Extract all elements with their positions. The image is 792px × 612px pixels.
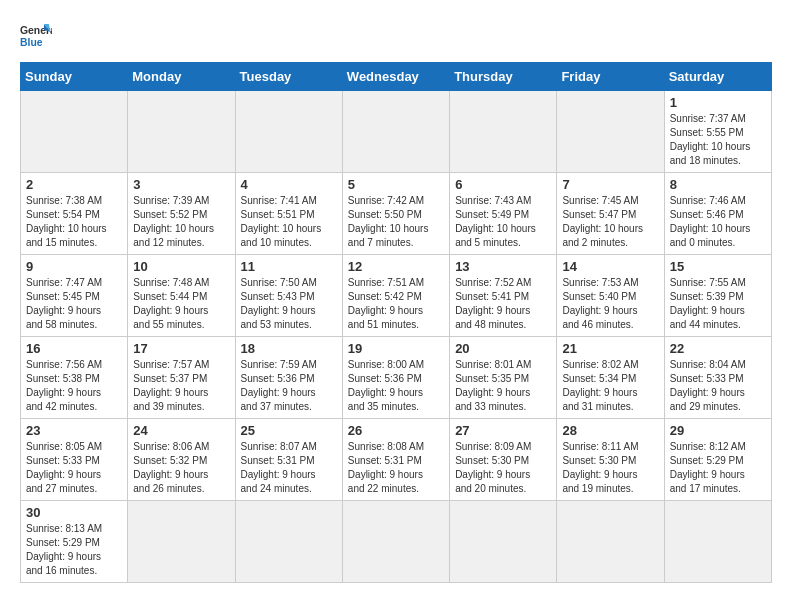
calendar-cell: 29Sunrise: 8:12 AM Sunset: 5:29 PM Dayli… xyxy=(664,419,771,501)
weekday-header-tuesday: Tuesday xyxy=(235,63,342,91)
calendar-cell xyxy=(21,91,128,173)
day-number: 15 xyxy=(670,259,766,274)
day-info: Sunrise: 7:41 AM Sunset: 5:51 PM Dayligh… xyxy=(241,194,337,250)
day-number: 2 xyxy=(26,177,122,192)
day-number: 24 xyxy=(133,423,229,438)
logo: General Blue xyxy=(20,20,52,52)
calendar-cell: 16Sunrise: 7:56 AM Sunset: 5:38 PM Dayli… xyxy=(21,337,128,419)
day-number: 19 xyxy=(348,341,444,356)
day-info: Sunrise: 8:11 AM Sunset: 5:30 PM Dayligh… xyxy=(562,440,658,496)
day-info: Sunrise: 8:13 AM Sunset: 5:29 PM Dayligh… xyxy=(26,522,122,578)
calendar-cell: 22Sunrise: 8:04 AM Sunset: 5:33 PM Dayli… xyxy=(664,337,771,419)
day-info: Sunrise: 7:52 AM Sunset: 5:41 PM Dayligh… xyxy=(455,276,551,332)
day-info: Sunrise: 8:08 AM Sunset: 5:31 PM Dayligh… xyxy=(348,440,444,496)
calendar-cell: 20Sunrise: 8:01 AM Sunset: 5:35 PM Dayli… xyxy=(450,337,557,419)
calendar-cell: 18Sunrise: 7:59 AM Sunset: 5:36 PM Dayli… xyxy=(235,337,342,419)
day-info: Sunrise: 7:53 AM Sunset: 5:40 PM Dayligh… xyxy=(562,276,658,332)
day-number: 8 xyxy=(670,177,766,192)
day-number: 17 xyxy=(133,341,229,356)
calendar-cell: 7Sunrise: 7:45 AM Sunset: 5:47 PM Daylig… xyxy=(557,173,664,255)
svg-text:Blue: Blue xyxy=(20,37,43,48)
calendar-cell xyxy=(557,91,664,173)
day-info: Sunrise: 8:05 AM Sunset: 5:33 PM Dayligh… xyxy=(26,440,122,496)
calendar-week-4: 23Sunrise: 8:05 AM Sunset: 5:33 PM Dayli… xyxy=(21,419,772,501)
calendar-cell xyxy=(664,501,771,583)
day-number: 9 xyxy=(26,259,122,274)
day-number: 7 xyxy=(562,177,658,192)
calendar-week-2: 9Sunrise: 7:47 AM Sunset: 5:45 PM Daylig… xyxy=(21,255,772,337)
day-number: 18 xyxy=(241,341,337,356)
logo-icon: General Blue xyxy=(20,20,52,52)
day-number: 26 xyxy=(348,423,444,438)
day-info: Sunrise: 7:39 AM Sunset: 5:52 PM Dayligh… xyxy=(133,194,229,250)
day-info: Sunrise: 8:12 AM Sunset: 5:29 PM Dayligh… xyxy=(670,440,766,496)
calendar-table: SundayMondayTuesdayWednesdayThursdayFrid… xyxy=(20,62,772,583)
calendar-cell: 25Sunrise: 8:07 AM Sunset: 5:31 PM Dayli… xyxy=(235,419,342,501)
calendar-cell: 10Sunrise: 7:48 AM Sunset: 5:44 PM Dayli… xyxy=(128,255,235,337)
calendar-week-5: 30Sunrise: 8:13 AM Sunset: 5:29 PM Dayli… xyxy=(21,501,772,583)
day-info: Sunrise: 8:01 AM Sunset: 5:35 PM Dayligh… xyxy=(455,358,551,414)
calendar-cell: 26Sunrise: 8:08 AM Sunset: 5:31 PM Dayli… xyxy=(342,419,449,501)
calendar-cell: 28Sunrise: 8:11 AM Sunset: 5:30 PM Dayli… xyxy=(557,419,664,501)
calendar-cell xyxy=(450,91,557,173)
weekday-header-sunday: Sunday xyxy=(21,63,128,91)
day-number: 5 xyxy=(348,177,444,192)
calendar-cell: 30Sunrise: 8:13 AM Sunset: 5:29 PM Dayli… xyxy=(21,501,128,583)
calendar-cell: 15Sunrise: 7:55 AM Sunset: 5:39 PM Dayli… xyxy=(664,255,771,337)
day-info: Sunrise: 7:38 AM Sunset: 5:54 PM Dayligh… xyxy=(26,194,122,250)
page-header: General Blue xyxy=(20,20,772,52)
weekday-header-thursday: Thursday xyxy=(450,63,557,91)
day-number: 22 xyxy=(670,341,766,356)
day-info: Sunrise: 7:50 AM Sunset: 5:43 PM Dayligh… xyxy=(241,276,337,332)
calendar-cell xyxy=(128,501,235,583)
day-number: 6 xyxy=(455,177,551,192)
day-number: 12 xyxy=(348,259,444,274)
day-info: Sunrise: 8:09 AM Sunset: 5:30 PM Dayligh… xyxy=(455,440,551,496)
calendar-cell: 21Sunrise: 8:02 AM Sunset: 5:34 PM Dayli… xyxy=(557,337,664,419)
day-number: 27 xyxy=(455,423,551,438)
calendar-week-3: 16Sunrise: 7:56 AM Sunset: 5:38 PM Dayli… xyxy=(21,337,772,419)
calendar-cell: 8Sunrise: 7:46 AM Sunset: 5:46 PM Daylig… xyxy=(664,173,771,255)
day-number: 10 xyxy=(133,259,229,274)
day-info: Sunrise: 7:46 AM Sunset: 5:46 PM Dayligh… xyxy=(670,194,766,250)
calendar-cell: 19Sunrise: 8:00 AM Sunset: 5:36 PM Dayli… xyxy=(342,337,449,419)
calendar-cell: 9Sunrise: 7:47 AM Sunset: 5:45 PM Daylig… xyxy=(21,255,128,337)
weekday-header-monday: Monday xyxy=(128,63,235,91)
day-number: 13 xyxy=(455,259,551,274)
day-number: 25 xyxy=(241,423,337,438)
calendar-cell: 17Sunrise: 7:57 AM Sunset: 5:37 PM Dayli… xyxy=(128,337,235,419)
day-info: Sunrise: 7:48 AM Sunset: 5:44 PM Dayligh… xyxy=(133,276,229,332)
day-number: 20 xyxy=(455,341,551,356)
calendar-cell: 2Sunrise: 7:38 AM Sunset: 5:54 PM Daylig… xyxy=(21,173,128,255)
calendar-cell: 11Sunrise: 7:50 AM Sunset: 5:43 PM Dayli… xyxy=(235,255,342,337)
calendar-cell: 14Sunrise: 7:53 AM Sunset: 5:40 PM Dayli… xyxy=(557,255,664,337)
day-info: Sunrise: 7:42 AM Sunset: 5:50 PM Dayligh… xyxy=(348,194,444,250)
calendar-cell: 13Sunrise: 7:52 AM Sunset: 5:41 PM Dayli… xyxy=(450,255,557,337)
calendar-cell: 27Sunrise: 8:09 AM Sunset: 5:30 PM Dayli… xyxy=(450,419,557,501)
weekday-header-wednesday: Wednesday xyxy=(342,63,449,91)
calendar-week-0: 1Sunrise: 7:37 AM Sunset: 5:55 PM Daylig… xyxy=(21,91,772,173)
day-number: 28 xyxy=(562,423,658,438)
day-info: Sunrise: 7:43 AM Sunset: 5:49 PM Dayligh… xyxy=(455,194,551,250)
calendar-cell xyxy=(342,501,449,583)
day-number: 14 xyxy=(562,259,658,274)
weekday-header-saturday: Saturday xyxy=(664,63,771,91)
day-number: 4 xyxy=(241,177,337,192)
calendar-cell xyxy=(235,91,342,173)
calendar-cell: 12Sunrise: 7:51 AM Sunset: 5:42 PM Dayli… xyxy=(342,255,449,337)
day-info: Sunrise: 7:45 AM Sunset: 5:47 PM Dayligh… xyxy=(562,194,658,250)
calendar-cell: 3Sunrise: 7:39 AM Sunset: 5:52 PM Daylig… xyxy=(128,173,235,255)
calendar-cell: 4Sunrise: 7:41 AM Sunset: 5:51 PM Daylig… xyxy=(235,173,342,255)
calendar-cell: 1Sunrise: 7:37 AM Sunset: 5:55 PM Daylig… xyxy=(664,91,771,173)
weekday-header-friday: Friday xyxy=(557,63,664,91)
day-number: 3 xyxy=(133,177,229,192)
calendar-cell: 5Sunrise: 7:42 AM Sunset: 5:50 PM Daylig… xyxy=(342,173,449,255)
day-number: 23 xyxy=(26,423,122,438)
calendar-header-row: SundayMondayTuesdayWednesdayThursdayFrid… xyxy=(21,63,772,91)
day-info: Sunrise: 7:47 AM Sunset: 5:45 PM Dayligh… xyxy=(26,276,122,332)
calendar-cell xyxy=(128,91,235,173)
day-number: 21 xyxy=(562,341,658,356)
calendar-cell: 6Sunrise: 7:43 AM Sunset: 5:49 PM Daylig… xyxy=(450,173,557,255)
calendar-cell xyxy=(342,91,449,173)
day-info: Sunrise: 8:04 AM Sunset: 5:33 PM Dayligh… xyxy=(670,358,766,414)
